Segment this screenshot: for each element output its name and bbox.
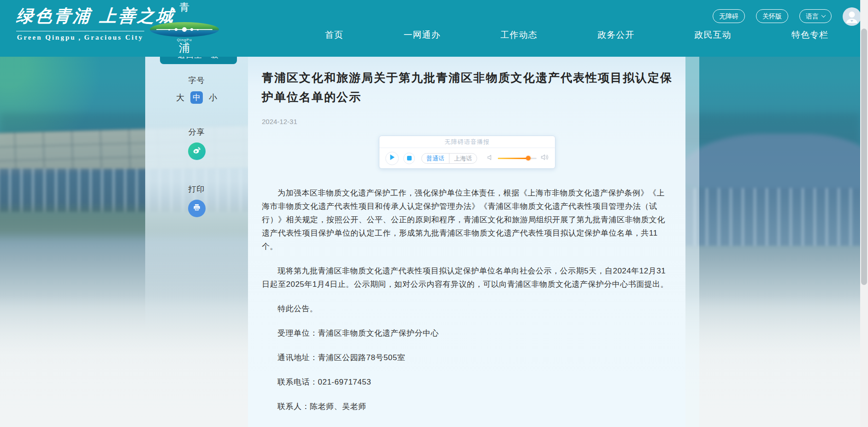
user-avatar[interactable] [843, 7, 861, 26]
slogan-calligraphy: 绿色青浦 上善之城 [15, 5, 146, 28]
font-size-options: 大 中 小 [176, 91, 217, 104]
care-version-button[interactable]: 关怀版 [756, 9, 788, 23]
main-nav: 首页 一网通办 工作动态 政务公开 政民互动 特色专栏 [325, 27, 828, 43]
printer-icon [192, 203, 201, 214]
print-button[interactable] [188, 200, 206, 217]
logo-char-bottom: 浦 [179, 42, 190, 54]
volume-slider-fill [498, 158, 528, 159]
volume-slider-knob[interactable] [526, 156, 531, 160]
island-logo-graphic [150, 22, 219, 37]
nav-item-special-columns[interactable]: 特色专栏 [791, 29, 828, 41]
article-paragraph: 现将第九批青浦区非物质文化遗产代表性项目拟认定保护单位名单向社会公示，公示期5天… [262, 264, 673, 291]
qingpu-logo: 青 QingPu 浦 [148, 2, 221, 54]
logo-char-top: 青 [179, 2, 189, 13]
lang-option-mandarin[interactable]: 普通话 [422, 154, 449, 163]
bg-building-colonnade-right [682, 188, 860, 246]
article-panel: 青浦区文化和旅游局关于第九批青浦区非物质文化遗产代表性项目拟认定保护单位名单的公… [248, 57, 685, 427]
voice-language-switch: 普通话 上海话 [421, 153, 477, 164]
site-header: 绿色青浦 上善之城 Green Qingpu，Gracious City 青 Q… [0, 0, 860, 57]
article-date: 2024-12-31 [262, 118, 673, 125]
lang-option-shanghainese[interactable]: 上海话 [449, 154, 477, 163]
share-label: 分享 [189, 127, 205, 137]
font-size-small[interactable]: 小 [209, 92, 217, 103]
font-size-medium[interactable]: 中 [190, 91, 203, 104]
slogan-divider [16, 31, 144, 31]
scrollbar[interactable] [860, 0, 868, 427]
share-weibo-button[interactable] [188, 142, 206, 160]
audio-player-controls: 普通话 上海话 [379, 148, 555, 168]
bg-edge-strip [685, 57, 699, 427]
nav-item-home[interactable]: 首页 [325, 29, 343, 41]
site-slogan: 绿色青浦 上善之城 Green Qingpu，Gracious City [16, 5, 145, 42]
accessibility-button[interactable]: 无障碍 [713, 9, 745, 23]
article-paragraph: 受理单位：青浦区非物质文化遗产保护分中心 [262, 326, 673, 340]
article-paragraph: 为加强本区非物质文化遗产保护工作，强化保护单位主体责任，根据《上海市非物质文化遗… [262, 186, 673, 253]
article-paragraph: 特此公告。 [262, 302, 673, 315]
article-paragraph: 联系人：陈老师、吴老师 [262, 400, 673, 413]
article-paragraph: 联系电话：021-69717453 [262, 375, 673, 389]
volume-high-icon [541, 154, 549, 163]
volume-control [487, 154, 549, 163]
article-body: 为加强本区非物质文化遗产保护工作，强化保护单位主体责任，根据《上海市非物质文化遗… [262, 186, 673, 413]
font-size-label: 字号 [189, 75, 205, 86]
play-icon [390, 154, 395, 162]
scrollbar-thumb[interactable] [861, 29, 867, 285]
weibo-icon [192, 145, 202, 157]
nav-item-government-affairs[interactable]: 政务公开 [597, 29, 634, 41]
nav-item-work-updates[interactable]: 工作动态 [501, 29, 537, 41]
chevron-down-icon [821, 13, 826, 18]
audio-player-title: 无障碍语音播报 [379, 136, 555, 148]
font-size-large[interactable]: 大 [176, 92, 184, 103]
volume-slider[interactable] [498, 156, 537, 160]
page: 青浦区文化和旅游局关于第九批青浦区非物质文化遗产代表性项目拟认定保护单位名单的公… [0, 0, 868, 427]
article-paragraph: 通讯地址：青浦区公园路78号505室 [262, 351, 673, 364]
article-title: 青浦区文化和旅游局关于第九批青浦区非物质文化遗产代表性项目拟认定保护单位名单的公… [262, 68, 673, 107]
volume-low-icon [487, 154, 494, 163]
audio-player: 无障碍语音播报 普通话 上海话 [379, 136, 555, 169]
tool-sidebar: 字号 大 中 小 分享 打印 [145, 57, 248, 217]
nav-item-public-interaction[interactable]: 政民互动 [695, 29, 732, 41]
slogan-english: Green Qingpu，Gracious City [16, 33, 144, 42]
stop-button[interactable] [403, 153, 415, 164]
print-label: 打印 [189, 184, 205, 195]
nav-item-one-stop-services[interactable]: 一网通办 [403, 29, 440, 41]
stop-icon [407, 154, 412, 162]
play-button[interactable] [385, 152, 399, 165]
language-button[interactable]: 语言 [799, 9, 832, 23]
quick-access-buttons: 无障碍 关怀版 语言 [713, 6, 861, 26]
